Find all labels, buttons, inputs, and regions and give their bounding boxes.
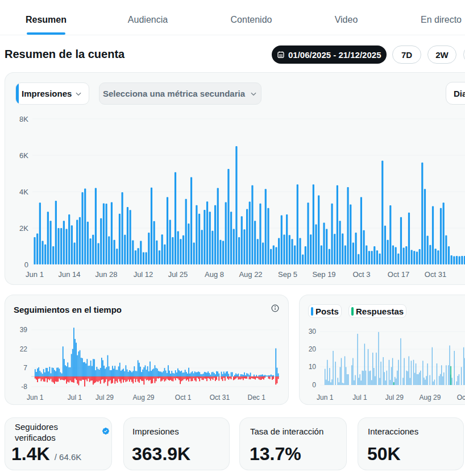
svg-text:Jun 14: Jun 14 (58, 270, 80, 279)
svg-text:Aug 22: Aug 22 (239, 270, 262, 279)
svg-text:Oct 1: Oct 1 (457, 394, 465, 402)
svg-text:8K: 8K (19, 115, 28, 123)
svg-text:Jul 1: Jul 1 (68, 394, 82, 402)
svg-text:Jun 1: Jun 1 (27, 394, 44, 402)
svg-text:4K: 4K (19, 188, 28, 196)
svg-text:20: 20 (309, 345, 317, 353)
svg-text:Jun 1: Jun 1 (317, 394, 334, 402)
svg-text:Jul 29: Jul 29 (385, 394, 404, 402)
svg-text:Oct 17: Oct 17 (388, 270, 409, 279)
svg-text:Aug 8: Aug 8 (205, 270, 224, 279)
svg-text:Jul 29: Jul 29 (96, 394, 114, 402)
svg-text:30: 30 (309, 328, 317, 336)
svg-text:Oct 3: Oct 3 (352, 270, 370, 279)
svg-text:Jun 28: Jun 28 (95, 270, 117, 279)
svg-text:22: 22 (20, 345, 28, 353)
svg-text:Aug 29: Aug 29 (419, 394, 441, 402)
svg-text:-8: -8 (21, 383, 27, 391)
svg-text:10: 10 (309, 363, 317, 371)
svg-text:Aug 29: Aug 29 (132, 394, 154, 402)
svg-text:Jul 12: Jul 12 (134, 270, 153, 279)
svg-text:Sep 5: Sep 5 (278, 270, 297, 279)
svg-text:6K: 6K (19, 151, 28, 160)
svg-text:Jul 1: Jul 1 (352, 394, 367, 402)
svg-text:Oct 31: Oct 31 (425, 270, 446, 279)
svg-text:Dec 1: Dec 1 (248, 394, 266, 402)
svg-text:Oct 31: Oct 31 (210, 394, 230, 402)
svg-text:Oct 1: Oct 1 (175, 394, 192, 402)
svg-text:Jul 25: Jul 25 (168, 270, 188, 279)
svg-text:2K: 2K (19, 224, 28, 233)
svg-text:Sep 19: Sep 19 (312, 270, 335, 279)
svg-text:Jun 1: Jun 1 (26, 270, 44, 279)
svg-text:0: 0 (312, 381, 316, 389)
svg-text:7: 7 (23, 364, 27, 372)
svg-text:0: 0 (24, 260, 28, 269)
svg-text:39: 39 (20, 326, 28, 334)
